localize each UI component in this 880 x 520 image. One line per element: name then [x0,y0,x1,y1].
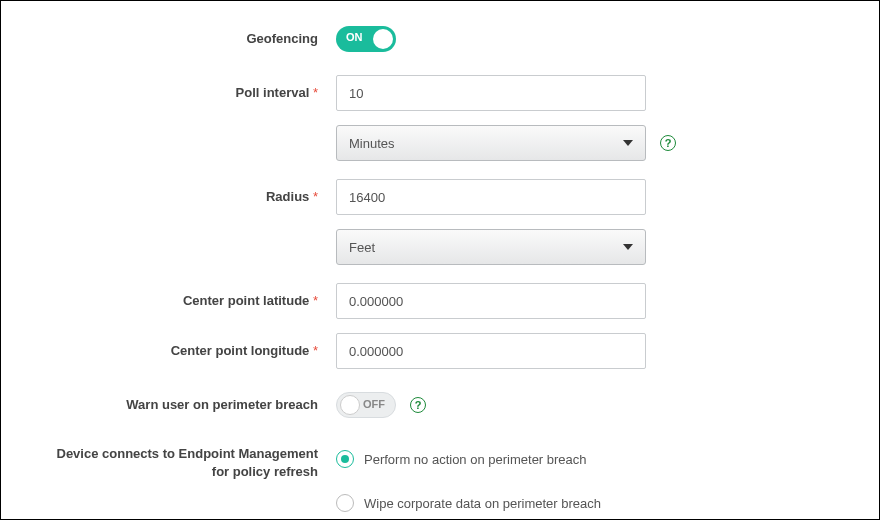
radio-label: Wipe corporate data on perimeter breach [364,496,601,511]
toggle-knob [340,395,360,415]
warn-breach-toggle[interactable]: OFF [336,392,396,418]
help-icon[interactable]: ? [660,135,676,151]
poll-interval-label: Poll interval * [41,84,336,102]
endpoint-action-radio-wipe[interactable]: Wipe corporate data on perimeter breach [336,485,601,520]
caret-down-icon [623,140,633,146]
poll-interval-unit-value: Minutes [349,136,395,151]
radius-label: Radius * [41,188,336,206]
radius-input[interactable] [336,179,646,215]
radius-unit-value: Feet [349,240,375,255]
warn-breach-label: Warn user on perimeter breach [41,396,336,414]
geofencing-label: Geofencing [41,30,336,48]
radius-unit-select[interactable]: Feet [336,229,646,265]
toggle-off-text: OFF [363,398,385,410]
toggle-on-text: ON [346,31,363,43]
endpoint-action-radio-none[interactable]: Perform no action on perimeter breach [336,441,601,477]
geofencing-toggle[interactable]: ON [336,26,396,52]
radio-icon [336,494,354,512]
center-lat-input[interactable] [336,283,646,319]
center-lon-label: Center point longitude * [41,342,336,360]
caret-down-icon [623,244,633,250]
center-lon-input[interactable] [336,333,646,369]
help-icon[interactable]: ? [410,397,426,413]
poll-interval-input[interactable] [336,75,646,111]
toggle-knob [373,29,393,49]
radio-label: Perform no action on perimeter breach [364,452,587,467]
endpoint-action-label: Device connects to Endpoint Management f… [41,441,336,481]
center-lat-label: Center point latitude * [41,292,336,310]
radio-icon [336,450,354,468]
poll-interval-unit-select[interactable]: Minutes [336,125,646,161]
